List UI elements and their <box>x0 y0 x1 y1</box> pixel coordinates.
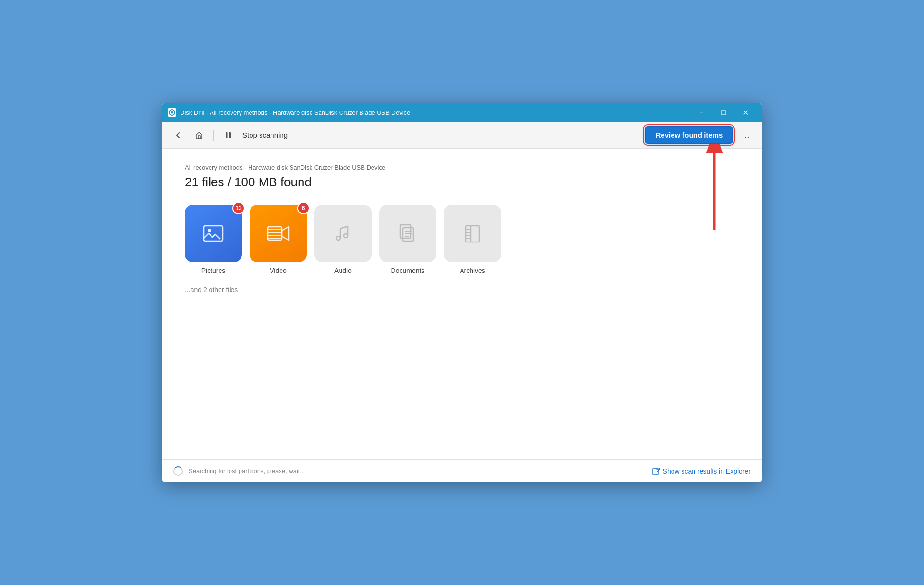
home-button[interactable] <box>191 127 208 144</box>
other-files-text: ...and 2 other files <box>185 286 739 293</box>
review-found-items-button[interactable]: Review found items <box>645 126 733 144</box>
pictures-icon-wrap: 13 <box>185 205 242 262</box>
loading-spinner <box>173 466 183 476</box>
svg-rect-2 <box>198 136 200 139</box>
archives-icon-wrap <box>444 205 501 262</box>
svg-rect-4 <box>229 132 231 138</box>
svg-point-8 <box>208 229 211 232</box>
documents-label: Documents <box>391 267 425 274</box>
file-type-audio[interactable]: Audio <box>314 205 372 274</box>
scan-subtitle: All recovery methods - Hardware disk San… <box>185 164 739 171</box>
video-badge: 6 <box>297 202 310 214</box>
show-results-label: Show scan results in Explorer <box>663 467 751 475</box>
file-type-pictures[interactable]: 13 Pictures <box>185 205 242 274</box>
close-button[interactable]: ✕ <box>734 103 756 122</box>
documents-icon-wrap <box>379 205 436 262</box>
svg-point-14 <box>336 236 340 240</box>
svg-rect-21 <box>466 226 479 242</box>
svg-point-15 <box>344 234 348 238</box>
window-controls: − □ ✕ <box>691 103 756 122</box>
svg-rect-3 <box>226 132 228 138</box>
archives-label: Archives <box>460 267 485 274</box>
main-content: All recovery methods - Hardware disk San… <box>162 149 762 482</box>
toolbar-right: Review found items ... <box>645 126 754 144</box>
pause-button[interactable] <box>220 127 237 144</box>
status-bar: Searching for lost partitions, please, w… <box>162 459 762 482</box>
toolbar: Stop scanning Review found items ... <box>162 122 762 149</box>
restore-button[interactable]: □ <box>713 103 734 122</box>
scan-title: 21 files / 100 MB found <box>185 175 739 190</box>
audio-icon-wrap <box>314 205 372 262</box>
show-scan-results-button[interactable]: Show scan results in Explorer <box>652 467 751 475</box>
file-type-archives[interactable]: Archives <box>444 205 501 274</box>
review-btn-container: Review found items <box>645 126 733 144</box>
back-button[interactable] <box>170 127 187 144</box>
stop-scanning-label: Stop scanning <box>242 131 641 139</box>
title-bar-text: Disk Drill - All recovery methods - Hard… <box>180 109 691 116</box>
audio-label: Audio <box>334 267 352 274</box>
pictures-badge: 13 <box>232 202 245 214</box>
svg-point-1 <box>171 111 173 114</box>
minimize-button[interactable]: − <box>691 103 713 122</box>
file-type-documents[interactable]: Documents <box>379 205 436 274</box>
video-icon-wrap: 6 <box>250 205 307 262</box>
app-window: Disk Drill - All recovery methods - Hard… <box>162 103 762 482</box>
video-label: Video <box>270 267 287 274</box>
pictures-label: Pictures <box>201 267 226 274</box>
toolbar-separator <box>213 130 214 141</box>
app-icon <box>168 108 176 117</box>
file-type-video[interactable]: 6 Video <box>250 205 307 274</box>
file-types-grid: 13 Pictures 6 <box>185 205 739 274</box>
title-bar: Disk Drill - All recovery methods - Hard… <box>162 103 762 122</box>
status-text: Searching for lost partitions, please, w… <box>189 467 646 474</box>
more-options-button[interactable]: ... <box>737 128 754 142</box>
